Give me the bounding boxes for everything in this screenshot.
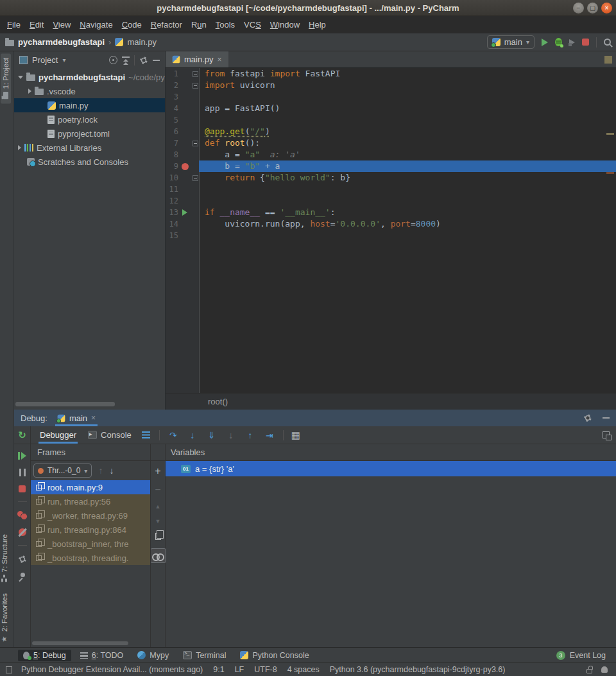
menu-item-navigate[interactable]: Navigate [75, 18, 117, 31]
line-number[interactable]: 3 [166, 92, 178, 101]
line-number[interactable]: 6 [166, 127, 178, 136]
gear-icon[interactable] [139, 55, 148, 65]
chevron-down-icon[interactable]: ▾ [62, 56, 65, 64]
line-ending-indicator[interactable]: LF [235, 665, 244, 674]
previous-frame-icon[interactable]: ↑ [98, 465, 103, 476]
next-frame-icon[interactable]: ↓ [109, 465, 114, 476]
menu-item-refactor[interactable]: Refactor [146, 18, 187, 31]
gutter-line-12[interactable]: 12 [166, 195, 199, 207]
line-number[interactable]: 2 [166, 81, 178, 90]
tree-item-main-py[interactable]: main.py [14, 98, 165, 112]
pause-program-icon[interactable] [19, 469, 26, 476]
sidebar-item-favorites[interactable]: ★ 2: Favorites [1, 593, 8, 643]
run-button[interactable] [542, 39, 548, 46]
tree-item-vscode[interactable]: .vscode [14, 84, 165, 98]
gutter-line-9[interactable]: 9 [166, 160, 199, 172]
gear-icon[interactable] [583, 413, 592, 422]
warning-stripe-mark[interactable] [606, 133, 614, 135]
menu-item-view[interactable]: View [48, 18, 75, 31]
thread-selector[interactable]: Thr...-0_0 ▾ [33, 464, 92, 478]
mute-breakpoints-icon[interactable] [19, 528, 26, 536]
frame-row-bootstrap-inner-thre[interactable]: _bootstrap_inner, thre [31, 537, 150, 551]
code-line-8[interactable]: 8 a = "a" a: 'a' [166, 149, 616, 160]
tree-item-pycharmdebugfastapi[interactable]: pycharmdebugfastapi ~/code/pycharmdebugf… [14, 70, 165, 84]
breakpoint-stripe-mark[interactable] [606, 172, 614, 174]
sidebar-item-project[interactable]: 1: Project [1, 54, 11, 104]
event-log-button[interactable]: 3 Event Log [556, 651, 606, 660]
line-number[interactable]: 15 [166, 231, 178, 240]
code-line-9[interactable]: 9 b = "b" + a [166, 160, 616, 172]
code-line-3[interactable]: 3 [166, 91, 616, 103]
stop-icon[interactable] [19, 485, 26, 492]
hide-panel-icon[interactable] [153, 60, 160, 61]
duplicate-watch-icon[interactable] [155, 533, 161, 540]
toolwindow-button-mypy[interactable]: Mypy [132, 650, 174, 661]
gutter-line-10[interactable]: 10 [166, 172, 199, 184]
search-icon[interactable] [604, 39, 611, 46]
gear-icon[interactable] [17, 554, 27, 564]
status-message[interactable]: Python Debugger Extension Avail... (mome… [21, 665, 203, 674]
interpreter-indicator[interactable]: Python 3.6 (pycharmdebugfastapi-9cdjtyrg… [330, 665, 506, 674]
menu-item-vcs[interactable]: VCS [239, 18, 266, 31]
tree-item-external-libraries[interactable]: External Libraries [14, 141, 165, 155]
toolwindow-button-6-todo[interactable]: 6: TODO [75, 650, 129, 661]
step-into-icon[interactable]: ↓ [187, 430, 198, 440]
move-up-icon[interactable]: ▲ [155, 503, 161, 510]
code-line-4[interactable]: 4app = FastAPI() [166, 103, 616, 114]
hide-panel-icon[interactable] [603, 417, 610, 419]
stop-button[interactable] [582, 39, 589, 46]
chevron-down-icon[interactable] [18, 76, 23, 79]
debug-session-tab[interactable]: main × [55, 410, 98, 426]
editor-tab-main-py[interactable]: main.py × [166, 51, 228, 67]
tree-item-poetry-lock[interactable]: poetry.lock [14, 112, 165, 126]
line-number[interactable]: 10 [166, 173, 178, 182]
code-line-12[interactable]: 12 [166, 195, 616, 207]
code-line-7[interactable]: 7def root(): [166, 137, 616, 149]
menu-item-help[interactable]: Help [304, 18, 330, 31]
line-number[interactable]: 12 [166, 196, 178, 205]
close-tab-icon[interactable]: × [218, 55, 222, 64]
gutter-line-6[interactable]: 6 [166, 126, 199, 137]
tab-debugger[interactable]: Debugger [38, 426, 78, 444]
chevron-right-icon[interactable] [28, 89, 31, 94]
tab-console[interactable]: Console [87, 426, 133, 444]
menu-item-run[interactable]: Run [187, 18, 211, 31]
step-out-icon[interactable]: ↑ [244, 430, 256, 440]
breakpoint-icon[interactable] [182, 163, 189, 170]
tool-window-switcher-icon[interactable] [6, 666, 12, 673]
code-line-14[interactable]: 14 uvicorn.run(app, host='0.0.0.0', port… [166, 218, 616, 230]
chevron-right-icon[interactable] [18, 145, 21, 150]
run-with-coverage-button[interactable] [569, 39, 575, 46]
restore-layout-icon[interactable] [603, 431, 610, 438]
move-down-icon[interactable]: ▼ [155, 518, 161, 524]
rerun-icon[interactable]: ↻ [18, 429, 26, 441]
evaluate-expression-icon[interactable]: ▦ [291, 429, 300, 441]
step-over-icon[interactable]: ↷ [167, 430, 179, 440]
variable-row[interactable]: 01a = {str} 'a' [166, 461, 616, 476]
tree-item-pyproject-toml[interactable]: pyproject.toml [14, 126, 165, 141]
line-number[interactable]: 11 [166, 185, 178, 194]
line-number[interactable]: 5 [166, 116, 178, 125]
close-icon[interactable]: × [601, 3, 612, 13]
toolwindow-button-terminal[interactable]: Terminal [178, 650, 231, 661]
remove-watch-icon[interactable]: − [155, 485, 160, 495]
code-line-11[interactable]: 11 [166, 184, 616, 195]
view-breakpoints-icon[interactable] [17, 511, 27, 519]
code-line-13[interactable]: 13if __name__ == '__main__': [166, 207, 616, 218]
encoding-indicator[interactable]: UTF-8 [254, 665, 277, 674]
toolwindow-button-python-console[interactable]: Python Console [235, 650, 314, 661]
gutter-line-1[interactable]: 1 [166, 68, 199, 80]
project-horizontal-scrollbar[interactable] [15, 402, 115, 406]
frame-row-run-thread-py-56[interactable]: run, thread.py:56 [31, 494, 150, 508]
gutter-line-4[interactable]: 4 [166, 103, 199, 114]
pin-icon[interactable] [19, 573, 26, 580]
inspection-indicator[interactable] [604, 56, 612, 64]
indent-indicator[interactable]: 4 spaces [287, 665, 320, 674]
gutter-line-5[interactable]: 5 [166, 114, 199, 126]
resume-program-icon[interactable] [18, 452, 26, 460]
line-number[interactable]: 14 [166, 220, 178, 229]
code-line-15[interactable]: 15 [166, 230, 616, 241]
fold-icon[interactable] [193, 83, 198, 89]
code-line-10[interactable]: 10 return {"hello world": b} [166, 172, 616, 184]
menu-item-tools[interactable]: Tools [211, 18, 239, 31]
